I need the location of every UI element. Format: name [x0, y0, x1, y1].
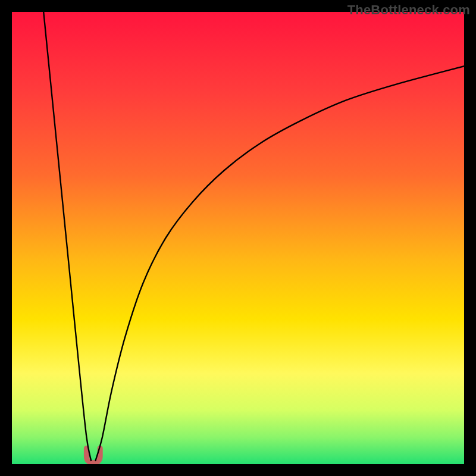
watermark-text: TheBottleneck.com: [347, 2, 470, 18]
chart-plot-area: [12, 12, 464, 464]
gradient-background: [12, 12, 464, 464]
chart-frame: TheBottleneck.com: [0, 0, 476, 476]
chart-svg: [12, 12, 464, 464]
